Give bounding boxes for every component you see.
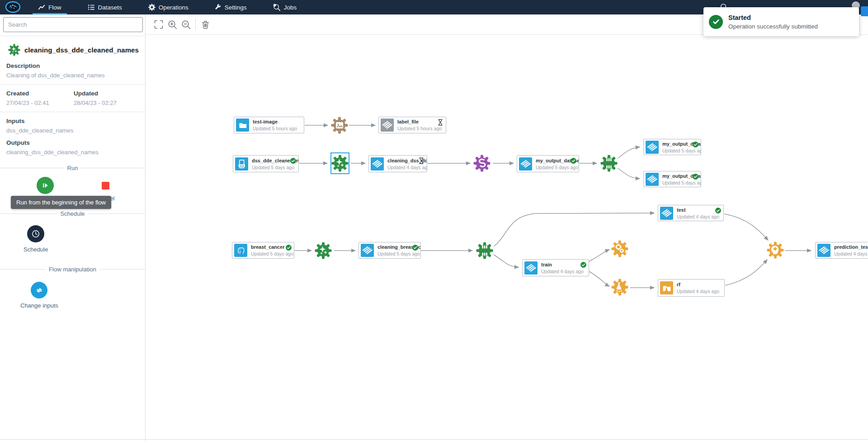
tab-jobs[interactable]: Jobs <box>273 0 297 14</box>
score-recipe-gear[interactable] <box>767 242 784 259</box>
stop-square-icon <box>102 182 109 190</box>
canvas-add-button-clipped[interactable] <box>861 6 868 16</box>
dataset-icon <box>381 119 394 132</box>
delete-trash-button[interactable] <box>199 19 211 30</box>
cleaning-recipe-selected[interactable] <box>330 152 349 174</box>
operations-gear-icon <box>148 4 156 11</box>
node-subtitle: Updated 4 days ago <box>677 214 719 219</box>
head-gear-icon <box>767 242 784 259</box>
split-recipe-gear[interactable] <box>600 155 618 172</box>
train-recipe-gear[interactable] <box>611 240 628 257</box>
lab-flask-icon <box>611 279 628 296</box>
node-subtitle: Updated 5 days ago <box>251 251 293 256</box>
dataset-icon <box>646 173 659 186</box>
dataset-node-my-output-dataset3-a[interactable]: my_output_dataset3...Updated 5 days ago <box>643 139 701 155</box>
toast-message: Operation successfully submitted <box>728 23 818 30</box>
jobs-search-gear-icon <box>273 4 281 11</box>
inputs-value: dss_dde_cleaned_names <box>6 127 139 134</box>
sparkles-icon <box>315 242 332 259</box>
outputs-value: cleaning_dss_dde_cleaned_names <box>6 149 139 156</box>
gears-icon <box>611 240 628 257</box>
dataset-icon <box>361 244 374 257</box>
updated-label: Updated <box>74 90 117 97</box>
dataset-node-breast-cancer[interactable]: breast_cancerUpdated 5 days ago <box>232 242 294 259</box>
dataset-node-my-output-dataset3-b[interactable]: my_output_dataset3...Updated 5 days ago <box>643 171 701 187</box>
description-label: Description <box>6 62 139 69</box>
dataset-node-dss-dde-cleaned-names[interactable]: FILE dss_dde_cleaned_na...Updated 5 days… <box>233 155 299 172</box>
node-subtitle: Updated 5 hours ago <box>397 126 442 131</box>
dataset-icon <box>817 244 830 257</box>
updated-value: 28/04/23 - 02:27 <box>74 100 117 106</box>
dataset-node-cleaning-breast-cancer[interactable]: cleaning_breast_ca...Updated 5 days ago <box>359 242 421 259</box>
check-badge <box>286 245 292 251</box>
tab-datasets[interactable]: Datasets <box>88 0 122 14</box>
schedule-actions-row: Schedule <box>0 223 145 261</box>
run-tooltip: Run from the beginning of the flow <box>11 196 111 209</box>
zoom-out-button[interactable] <box>180 19 192 30</box>
toast-notification: Started Operation successfully submitted <box>703 7 859 36</box>
flow-header: cleaning_dss_dde_cleaned_names <box>0 36 145 62</box>
python-recipe-gear[interactable] <box>473 155 491 172</box>
play-from-icon <box>37 177 54 194</box>
hourglass-pending-icon <box>438 119 443 128</box>
dataset-node-label-file[interactable]: label_fileUpdated 5 hours ago <box>378 117 446 133</box>
node-subtitle: Updated 5 days ago <box>536 165 579 170</box>
toolbar-separator <box>195 19 196 30</box>
node-subtitle: Updated 4 days ago <box>834 251 868 256</box>
dataset-node-test-image[interactable]: test-imageUpdated 5 hours ago <box>234 117 304 133</box>
dataset-node-test[interactable]: testUpdated 4 days ago <box>658 205 724 221</box>
fit-to-screen-button[interactable] <box>153 19 165 30</box>
postgres-icon <box>234 244 247 257</box>
tab-operations-label: Operations <box>159 4 189 11</box>
swap-arrows-icon <box>31 282 47 299</box>
dataset-node-train[interactable]: trainUpdated 4 days ago <box>522 259 589 276</box>
description-section: Description Cleaning of dss_dde_cleaned_… <box>0 62 145 83</box>
dataset-icon <box>524 261 538 275</box>
hourglass-pending-icon <box>419 157 424 166</box>
node-subtitle: Updated 5 days ago <box>252 165 298 170</box>
canvas-bottom-border <box>0 439 868 440</box>
node-title: prediction_test <box>834 244 868 250</box>
cleaning-flow-icon <box>8 44 20 56</box>
check-badge <box>580 262 586 268</box>
node-title: label_file <box>397 119 442 124</box>
node-title: train <box>541 262 584 267</box>
flow-chart-icon <box>38 4 45 10</box>
tab-flow-label: Flow <box>48 4 61 11</box>
check-badge <box>412 245 418 251</box>
outputs-section: Outputs cleaning_dss_dde_cleaned_names <box>0 138 145 160</box>
app-logo[interactable] <box>5 1 21 14</box>
node-subtitle: Updated 4 days ago <box>541 269 584 274</box>
split-recipe-gear-2[interactable] <box>476 242 493 259</box>
dataset-node-my-output-dataset3[interactable]: my_output_dataset3Updated 5 days ago <box>517 155 579 172</box>
image-recipe-icon <box>331 117 348 134</box>
dataset-node-cleaning-dss-dde[interactable]: cleaning_dss_dde_c...Updated 4 days ago <box>368 155 427 172</box>
tab-datasets-label: Datasets <box>98 4 122 11</box>
change-inputs-label: Change inputs <box>20 302 58 309</box>
split-icon <box>600 155 618 172</box>
zoom-in-button[interactable] <box>166 19 178 30</box>
schedule-button[interactable]: Schedule <box>24 225 48 253</box>
ml-train-recipe-gear[interactable] <box>611 279 628 296</box>
node-subtitle: Updated 5 hours ago <box>253 126 297 131</box>
dataset-node-prediction-test[interactable]: prediction_testUpdated 4 days ago <box>815 242 868 259</box>
change-inputs-button[interactable]: Change inputs <box>20 282 58 309</box>
tab-operations[interactable]: Operations <box>148 0 189 14</box>
inputs-label: Inputs <box>6 118 139 124</box>
cleaning-recipe-gear[interactable] <box>315 242 332 259</box>
tab-settings-label: Settings <box>225 4 247 11</box>
check-badge <box>715 208 721 213</box>
dataset-icon <box>646 141 659 154</box>
tab-settings[interactable]: Settings <box>215 0 247 14</box>
image-recipe-gear[interactable] <box>331 117 348 134</box>
model-node-rf[interactable]: rfUpdated 4 days ago <box>658 279 725 297</box>
created-value: 27/04/23 - 02:41 <box>6 100 74 106</box>
search-input[interactable] <box>3 17 143 32</box>
node-title: test <box>677 207 719 213</box>
settings-wrench-icon <box>215 4 222 11</box>
schedule-label: Schedule <box>24 246 48 253</box>
file-icon-label: FILE <box>240 164 244 166</box>
tab-flow[interactable]: Flow <box>38 0 61 14</box>
split-icon <box>476 242 493 259</box>
python-icon <box>473 155 491 172</box>
